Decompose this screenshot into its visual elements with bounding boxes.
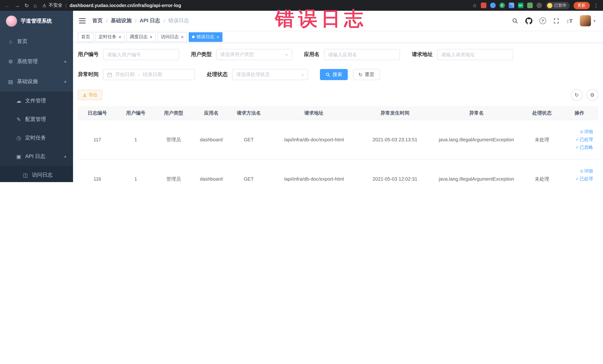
help-icon[interactable]: ? [539,17,546,24]
cell-time: 2021-05-03 12:02:31 [360,159,430,182]
extension-icon[interactable] [536,3,542,8]
filter-user-id: 用户编号 [78,49,179,60]
active-dot-icon [192,35,195,38]
sidebar-item-file-mgmt[interactable]: ☁文件管理 [0,92,73,110]
hamburger-icon[interactable] [79,18,86,24]
tab-home[interactable]: 首页 [78,32,93,42]
column-header: 操作 [561,106,598,120]
action-ignored-link[interactable]: ✓已忽略 [562,143,593,151]
process-status-label: 处理状态 [207,71,228,78]
kebab-menu-icon[interactable]: ⋮ [593,3,599,8]
reload-icon[interactable]: ↻ [24,3,29,8]
check-icon: ✓ [576,137,579,142]
sidebar-item-infrastructure[interactable]: ▤基础设施∧ [0,71,73,92]
filter-row-1: 用户编号 用户类型 请选择用户类型 ∨ 应用名 [78,49,598,60]
extension-icon[interactable] [509,3,514,8]
sidebar-item-system-mgmt[interactable]: ⚙系统管理∨ [0,52,73,71]
bookmark-star-icon[interactable]: ☆ [472,3,477,8]
tab-error-log[interactable]: 错误日志× [189,32,222,42]
main-area: 首页/基础设施/API 日志/错误日志 ? ↕T ▼ [73,11,603,182]
tab-close-icon[interactable]: × [181,35,184,39]
edit-icon: ✎ [16,117,22,122]
cell-user-id: 1 [117,159,155,182]
sidebar-item-label: 首页 [17,38,27,45]
forward-icon[interactable]: → [14,3,20,8]
table-settings: ↻ ⚙ [571,89,598,101]
table-toolbar: 导出 ↻ ⚙ [78,89,598,101]
process-status-select[interactable]: 请选择处理状态 ∨ [232,69,308,80]
extension-icon[interactable] [490,3,496,8]
action-detail-link[interactable]: ⊙详细 [562,167,593,175]
security-indicator[interactable]: ⚠ 不安全 [42,2,62,9]
cell-status: 未处理 [523,120,561,159]
process-status-placeholder: 请选择处理状态 [236,71,270,78]
filter-row-2: 异常时间 开始日期 - 结束日期 处理状态 请选 [78,69,598,80]
export-button[interactable]: 导出 [78,90,102,100]
extension-icon[interactable] [527,3,533,8]
home-icon[interactable]: ⌂ [34,3,37,8]
action-detail-link[interactable]: ⊙详细 [562,128,593,136]
user-type-select[interactable]: 请选择用户类型 ∨ [216,49,292,60]
export-button-label: 导出 [89,92,97,98]
extension-icon[interactable] [481,3,486,8]
app-name-input[interactable] [324,49,400,60]
tab-close-icon[interactable]: × [119,35,121,39]
chevron-down-icon: ∨ [285,53,288,56]
refresh-icon: ↻ [359,72,363,77]
cell-actions: ⊙详细✓已处理✓已忽略 [561,120,598,159]
extension-icon[interactable]: on [518,3,523,8]
update-button[interactable]: 更新 [573,2,590,9]
filter-process-status: 处理状态 请选择处理状态 ∨ [207,69,308,80]
tab-job[interactable]: 定时任务× [95,32,125,42]
refresh-icon[interactable]: ↻ [571,89,583,101]
column-settings-icon[interactable]: ⚙ [586,89,598,101]
back-icon[interactable]: ← [4,3,10,8]
cell-app: dashboard [193,120,230,159]
action-processed-link-label: 已处理 [580,176,593,181]
action-processed-link[interactable]: ✓已处理 [562,136,593,143]
sidebar-item-config-mgmt[interactable]: ✎配置管理 [0,110,73,129]
paused-badge[interactable]: 已暂停 [545,2,570,9]
calendar-icon [107,72,112,77]
sidebar-item-home[interactable]: ⌂首页 [0,32,73,52]
screen: ← → ↻ ⌂ ⚠ 不安全 | dashboard.yudao.iocoder.… [0,0,603,182]
request-url-input[interactable] [437,49,513,60]
search-button[interactable]: 搜索 [320,69,348,80]
breadcrumb-item[interactable]: API 日志 [140,17,160,24]
sidebar-item-access-log[interactable]: ◫访问日志 [0,166,73,182]
user-menu[interactable]: ▼ [580,15,596,26]
search-icon[interactable] [512,18,518,24]
extension-icon[interactable]: Y [499,3,505,8]
fullscreen-icon[interactable] [553,18,559,24]
tab-label: 调度日志 [130,34,148,40]
chevron-down-icon: ∨ [301,73,304,76]
tab-close-icon[interactable]: × [150,35,152,39]
breadcrumb-item[interactable]: 基础设施 [111,17,132,24]
browser-toolbar: ← → ↻ ⌂ ⚠ 不安全 | dashboard.yudao.iocoder.… [0,0,603,11]
tab-access-log[interactable]: 访问日志× [158,32,187,42]
reset-button[interactable]: ↻ 重置 [353,69,380,80]
infra-icon: ▤ [7,79,14,84]
tab-label: 定时任务 [99,34,116,40]
user-id-input[interactable] [103,49,179,60]
sidebar-item-label: 访问日志 [32,172,53,178]
cell-method: GET [230,159,267,182]
action-processed-link[interactable]: ✓已处理 [562,175,593,182]
sidebar-item-job[interactable]: ◷定时任务 [0,129,73,147]
column-header: 请求地址 [267,106,360,120]
logo-avatar [6,16,17,27]
cell-url: /api/infra/db-doc/export-html [267,120,360,159]
cell-id: 117 [78,120,117,159]
github-icon[interactable] [525,17,532,24]
tab-job-log[interactable]: 调度日志× [127,32,156,42]
tab-close-icon[interactable]: × [217,35,219,39]
check-icon: ✓ [576,145,579,150]
avatar[interactable] [580,15,591,26]
address-bar[interactable]: ⚠ 不安全 | dashboard.yudao.iocoder.cn/infra… [42,2,467,9]
sidebar-item-api-log[interactable]: ▣API 日志∧ [0,147,73,166]
date-range-picker[interactable]: 开始日期 - 结束日期 [103,69,195,80]
font-size-icon[interactable]: ↕T [567,18,573,24]
tab-label: 错误日志 [197,34,214,40]
home-icon: ⌂ [7,39,14,45]
breadcrumb-item[interactable]: 首页 [92,17,103,24]
